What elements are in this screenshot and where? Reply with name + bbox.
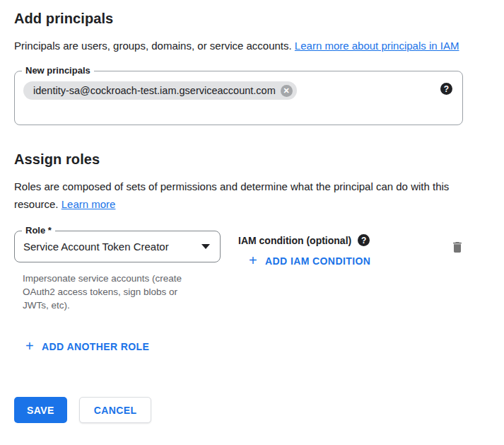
roles-description: Roles are composed of sets of permission… bbox=[14, 178, 475, 213]
learn-more-roles-link[interactable]: Learn more bbox=[61, 198, 116, 210]
assign-roles-title: Assign roles bbox=[14, 151, 490, 168]
add-another-role-label: ADD ANOTHER ROLE bbox=[42, 341, 149, 352]
principals-description-text: Principals are users, groups, domains, o… bbox=[14, 40, 292, 52]
principal-chip: identity-sa@cockroach-test.iam.gservicea… bbox=[23, 81, 297, 100]
role-row: Role * Service Account Token Creator Imp… bbox=[14, 231, 477, 312]
save-button[interactable]: SAVE bbox=[14, 397, 67, 423]
footer-actions: SAVE CANCEL bbox=[14, 397, 490, 423]
delete-role-button[interactable] bbox=[449, 238, 466, 258]
iam-condition-label: IAM condition (optional) bbox=[238, 235, 351, 246]
principal-chip-label: identity-sa@cockroach-test.iam.gservicea… bbox=[33, 85, 276, 96]
role-select-label: Role * bbox=[22, 226, 55, 236]
add-another-role-button[interactable]: + ADD ANOTHER ROLE bbox=[25, 340, 149, 353]
new-principals-label: New principals bbox=[22, 66, 94, 76]
principals-description: Principals are users, groups, domains, o… bbox=[14, 37, 475, 54]
add-principals-panel: Add principals Principals are users, gro… bbox=[0, 0, 504, 423]
role-helper-text: Impersonate service accounts (create OAu… bbox=[23, 272, 205, 312]
role-select-value: Service Account Token Creator bbox=[23, 241, 169, 253]
cancel-button[interactable]: CANCEL bbox=[79, 397, 152, 423]
plus-icon: + bbox=[249, 253, 257, 267]
plus-icon: + bbox=[25, 339, 34, 353]
principals-help-icon[interactable]: ? bbox=[440, 83, 452, 95]
learn-more-principals-link[interactable]: Learn more about principals in IAM bbox=[295, 40, 459, 52]
new-principals-field[interactable]: New principals identity-sa@cockroach-tes… bbox=[14, 71, 463, 125]
chevron-down-icon bbox=[201, 244, 210, 249]
add-principals-title: Add principals bbox=[14, 0, 490, 27]
iam-condition-help-icon[interactable]: ? bbox=[358, 234, 370, 246]
role-column: Role * Service Account Token Creator Imp… bbox=[14, 231, 221, 312]
add-iam-condition-button[interactable]: + ADD IAM CONDITION bbox=[249, 255, 370, 267]
role-select[interactable]: Role * Service Account Token Creator bbox=[14, 231, 221, 262]
iam-condition-column: IAM condition (optional) ? + ADD IAM CON… bbox=[238, 231, 449, 268]
add-iam-condition-label: ADD IAM CONDITION bbox=[265, 255, 370, 267]
trash-icon bbox=[450, 246, 464, 257]
chip-remove-icon[interactable]: ✕ bbox=[281, 85, 293, 97]
